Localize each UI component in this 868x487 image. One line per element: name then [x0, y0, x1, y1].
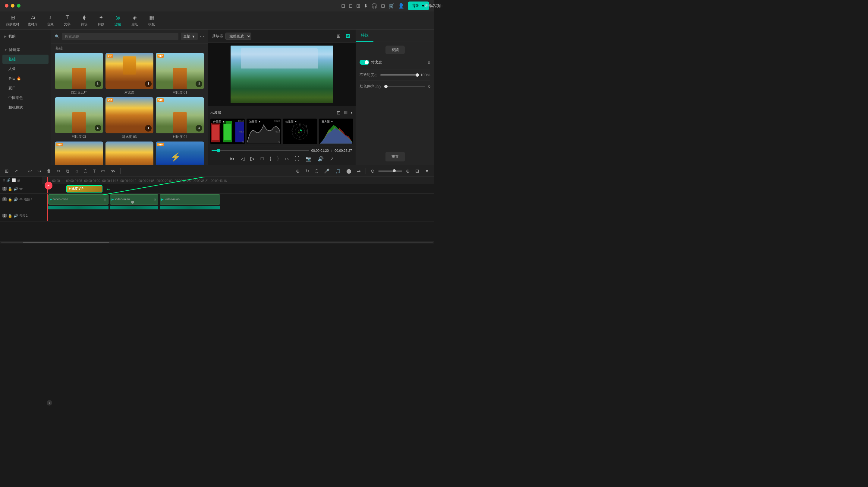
more-controls-icon[interactable]: ↗ [329, 155, 335, 163]
volume-track-icon[interactable]: 🔊 [13, 187, 18, 191]
fullscreen-button[interactable] [17, 4, 21, 7]
grid-view-icon[interactable]: ⊞ [336, 32, 342, 40]
sidebar-item-summer[interactable]: 夏日 [2, 84, 49, 93]
download-icon-3[interactable]: ⬇ [95, 124, 101, 131]
skin-keyframe-icon[interactable]: ◇ [378, 84, 381, 89]
zoom-slider[interactable] [378, 170, 402, 172]
audio-lock-icon[interactable]: 🔒 [8, 213, 12, 218]
loop-icon[interactable]: ↻ [304, 167, 311, 175]
tool-template[interactable]: ▦ 模板 [144, 12, 159, 28]
copy-frame-icon[interactable]: ⧉ [64, 167, 71, 175]
video-clip-2[interactable]: ▶ video-miao ⚙ [110, 194, 158, 205]
add-track-icon[interactable]: ⊞ [2, 178, 5, 182]
image-view-icon[interactable]: 🖼 [344, 32, 351, 40]
sidebar-item-winter[interactable]: 冬日 🔥 [2, 74, 49, 83]
skin-slider-track[interactable] [384, 86, 425, 87]
fullscreen-preview-icon[interactable]: ⛶ [293, 155, 301, 163]
tool-my-media[interactable]: ⊞ 我的素材 [2, 12, 23, 28]
opacity-keyframe-icon[interactable]: ◇ [374, 73, 377, 78]
filter-item-contrast-03[interactable]: VIP ⬇ 对比度 03 [105, 97, 154, 139]
play-button[interactable]: ▷ [249, 154, 256, 163]
grid-layout-icon[interactable]: ⊟ [413, 167, 421, 175]
download-icon-0[interactable]: ⬇ [95, 81, 101, 87]
download-icon-1[interactable]: ⬇ [145, 81, 152, 87]
scope-parade[interactable]: 1023 512 0 分量图 ▼ [210, 119, 245, 145]
reset-button[interactable]: 重置 [385, 152, 405, 162]
skin-info-icon[interactable]: ⓘ [375, 84, 378, 89]
tool-text[interactable]: T 文字 [59, 13, 75, 28]
download-icon-5[interactable]: ⬇ [195, 125, 202, 132]
volume-icon[interactable]: 🔊 [316, 155, 325, 163]
more-options-icon[interactable]: ··· [200, 34, 204, 39]
filter-item-contrast-04[interactable]: VIP ⬇ 对比度 04 [156, 97, 204, 139]
download-icon-4[interactable]: ⬇ [145, 125, 152, 132]
close-button[interactable] [5, 4, 8, 7]
download-icon-2[interactable]: ⬇ [195, 81, 202, 87]
eye-icon[interactable]: 👁 [19, 187, 23, 191]
video-clip-1[interactable]: ▶ video-miao ⚙ [48, 194, 108, 205]
crop-icon[interactable]: ⬜ [12, 178, 16, 182]
magnetic-snap-icon[interactable]: ↗ [12, 167, 20, 175]
video-eye-icon[interactable]: 👁 [19, 197, 23, 202]
zoom-out-icon[interactable]: ⊖ [369, 167, 376, 175]
audio-volume2-icon[interactable]: 🔊 [13, 213, 18, 218]
scope-dropdown-arrow[interactable]: ▼ [350, 111, 353, 114]
tab-effect[interactable]: 特效 [356, 30, 373, 41]
person-icon[interactable]: 👤 [398, 3, 404, 9]
sidebar-item-camera[interactable]: 相机模式 [2, 103, 49, 112]
scroll-thumb[interactable] [23, 242, 109, 243]
layout-icon[interactable]: ⊞ [381, 3, 385, 9]
headphone-icon[interactable]: 🎧 [371, 3, 377, 9]
filter-item-7[interactable]: VIP ⬇ [55, 142, 103, 165]
search-input[interactable] [62, 33, 179, 40]
progress-track[interactable] [212, 150, 309, 151]
mark-in-icon[interactable]: { [268, 155, 272, 163]
aspect-ratio-icon[interactable]: ▭ [99, 167, 107, 175]
video-volume-icon[interactable]: 🔊 [13, 197, 18, 202]
monitor-icon[interactable]: ⊡ [341, 3, 345, 9]
redo-icon[interactable]: ↪ [36, 167, 43, 175]
scope-waveform[interactable]: 1023 512 0 波形图 ▼ [247, 119, 281, 145]
filter-item-custom-lut[interactable]: ⬇ 自定义LUT [55, 53, 103, 95]
swap-icon[interactable]: ⇌ [355, 167, 363, 175]
zoom-in-icon[interactable]: ⊕ [404, 167, 412, 175]
mic-icon[interactable]: 🎤 [322, 167, 332, 175]
opacity-slider-track[interactable] [380, 75, 417, 76]
record-icon[interactable]: ⬤ [344, 167, 353, 175]
vector-dropdown[interactable]: 矢量图 ▼ [284, 119, 299, 124]
contrast-toggle[interactable] [360, 60, 369, 65]
zoom-thumb[interactable] [393, 169, 396, 172]
filter-clip[interactable]: 对比度 VIP [66, 185, 102, 193]
text-tool-icon[interactable]: T [91, 167, 97, 175]
insert-icon[interactable]: ↦ [284, 155, 290, 163]
opacity-slider-thumb[interactable] [415, 73, 419, 77]
quality-select[interactable]: 完整画质 [225, 33, 251, 40]
video-clip-3[interactable]: ▶ video-miao [160, 194, 220, 205]
lock-icon[interactable]: 🔒 [8, 187, 12, 191]
mark-out-icon[interactable]: } [276, 155, 280, 163]
sidebar-item-basic[interactable]: 基础 [2, 55, 49, 64]
copy-effect-icon[interactable]: ⧉ [428, 60, 430, 64]
filter-dropdown[interactable]: 全部 ▼ [181, 33, 198, 40]
grid-icon[interactable]: ⊞ [356, 3, 360, 9]
video-tab-button[interactable]: 视频 [385, 46, 405, 54]
sidebar-item-portrait[interactable]: 人像 [2, 64, 49, 74]
scope-histogram[interactable]: 直方图 ▼ [319, 119, 353, 145]
stop-icon[interactable]: □ [259, 155, 265, 163]
filter-item-contrast-02[interactable]: ⬇ 对比度 02 [55, 97, 103, 139]
scope-expand-icon[interactable]: ⊡ [336, 109, 342, 117]
undo-icon[interactable]: ↩ [26, 167, 34, 175]
waveform-dropdown[interactable]: 波形图 ▼ [248, 119, 262, 124]
step-back-icon[interactable]: ⏮ [229, 155, 236, 163]
tool-filter[interactable]: ◎ 滤镜 [110, 12, 126, 28]
tool-library[interactable]: 🗂 素材库 [24, 13, 41, 28]
parade-dropdown[interactable]: 分量图 ▼ [212, 119, 226, 124]
music-note-icon[interactable]: 🎵 [333, 167, 343, 175]
audio-detach-icon[interactable]: ♫ [73, 167, 80, 175]
frame-back-icon[interactable]: ◁ [240, 155, 246, 163]
cart-icon[interactable]: 🛒 [389, 3, 395, 9]
delete-icon[interactable]: 🗑 [45, 167, 53, 175]
download-icon[interactable]: ⬇ [364, 3, 368, 9]
scroll-track[interactable] [1, 242, 433, 243]
tool-audio[interactable]: ♪ 音频 [42, 13, 58, 28]
